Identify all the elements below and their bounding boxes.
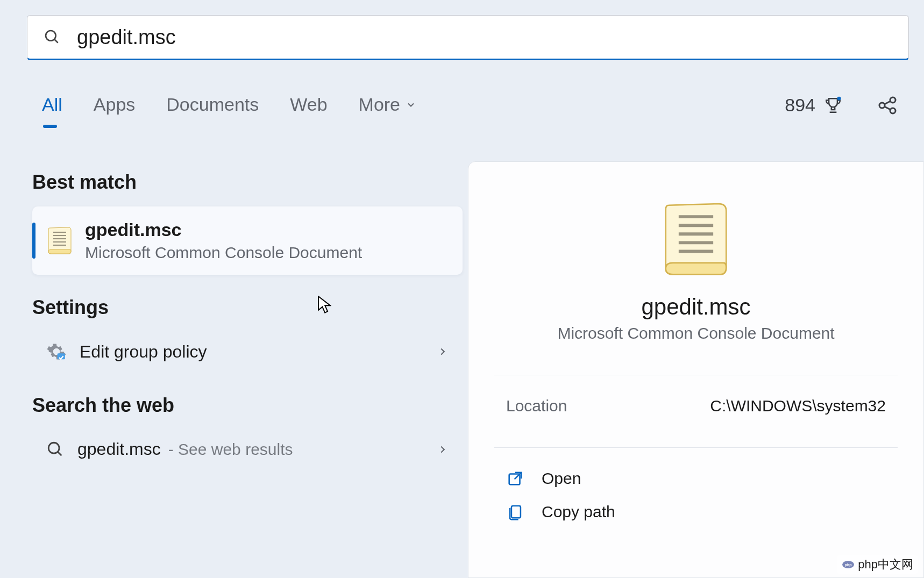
rewards-display[interactable]: 894 [785, 95, 843, 116]
gear-icon [46, 341, 67, 362]
tab-web[interactable]: Web [290, 94, 327, 115]
section-header-web: Search the web [32, 394, 463, 417]
results-column: Best match gpedit.msc Microsoft Common C… [32, 171, 463, 469]
action-copy-path-label: Copy path [542, 503, 615, 521]
tab-more[interactable]: More [359, 94, 416, 115]
section-header-settings: Settings [32, 296, 463, 319]
svg-point-3 [879, 103, 885, 108]
msc-document-icon [46, 226, 73, 256]
share-icon[interactable] [877, 95, 898, 116]
tab-all[interactable]: All [42, 94, 62, 115]
svg-line-7 [884, 106, 891, 110]
tab-documents[interactable]: Documents [166, 94, 259, 115]
tab-more-label: More [359, 94, 400, 115]
settings-item-edit-group-policy[interactable]: Edit group policy [32, 332, 463, 372]
preview-title: gpedit.msc [641, 294, 750, 320]
search-icon [46, 440, 65, 459]
svg-line-15 [58, 452, 61, 455]
tab-apps[interactable]: Apps [94, 94, 136, 115]
svg-line-6 [884, 101, 891, 104]
action-copy-path[interactable]: Copy path [506, 503, 923, 521]
location-value: C:\WINDOWS\system32 [710, 397, 886, 415]
svg-point-0 [46, 31, 56, 41]
web-query-label: gpedit.msc [77, 439, 161, 459]
section-header-best-match: Best match [32, 171, 463, 194]
open-external-icon [506, 469, 524, 488]
web-suffix-label: - See web results [168, 440, 437, 459]
action-open-label: Open [542, 469, 581, 488]
rewards-points: 894 [785, 95, 815, 116]
msc-document-icon [658, 199, 734, 280]
best-match-result[interactable]: gpedit.msc Microsoft Common Console Docu… [32, 206, 463, 275]
settings-item-label: Edit group policy [80, 342, 437, 362]
chevron-down-icon [406, 99, 416, 110]
preview-panel: gpedit.msc Microsoft Common Console Docu… [468, 161, 924, 578]
svg-point-2 [837, 96, 841, 100]
copy-icon [506, 503, 524, 521]
search-box[interactable] [27, 15, 909, 60]
divider [494, 375, 898, 375]
action-open[interactable]: Open [506, 469, 923, 488]
svg-point-4 [890, 97, 895, 103]
chevron-right-icon [437, 346, 449, 358]
svg-line-1 [54, 39, 58, 43]
trophy-icon [823, 95, 843, 116]
svg-rect-22 [511, 506, 521, 518]
svg-point-14 [48, 443, 59, 453]
divider [494, 447, 898, 448]
location-row: Location C:\WINDOWS\system32 [506, 397, 886, 415]
location-label: Location [506, 397, 567, 415]
web-search-item[interactable]: gpedit.msc - See web results [32, 430, 463, 469]
search-input[interactable] [77, 26, 908, 49]
php-logo-icon: php [842, 558, 855, 571]
watermark: php php中文网 [837, 555, 918, 574]
result-title: gpedit.msc [85, 219, 449, 240]
preview-subtitle: Microsoft Common Console Document [557, 324, 834, 342]
svg-text:php: php [845, 563, 852, 567]
filter-tabs: All Apps Documents Web More [42, 94, 416, 115]
svg-point-5 [890, 108, 895, 113]
chevron-right-icon [437, 444, 449, 455]
result-subtitle: Microsoft Common Console Document [85, 244, 449, 262]
watermark-text: php中文网 [858, 556, 913, 573]
search-icon [44, 28, 61, 46]
